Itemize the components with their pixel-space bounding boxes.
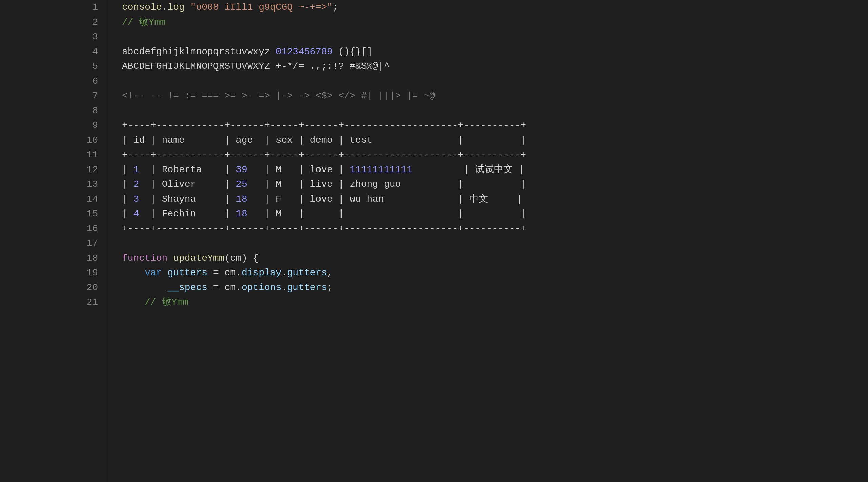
code-line-1: console.log "o008 iIll1 g9qCGQ ~-+=>";	[122, 0, 868, 15]
line-num-17: 17	[0, 236, 98, 251]
line-num-16: 16	[0, 221, 98, 236]
code-line-18: function updateYmm(cm) {	[122, 251, 868, 266]
code-line-8	[122, 103, 868, 118]
code-editor: 1 2 3 4 5 6 7 8 9 10 11 12 13 14 15 16 1…	[0, 0, 868, 482]
code-line-7: <!-- -- != := === >= >- => |-> -> <$> </…	[122, 88, 868, 103]
line-num-5: 5	[0, 59, 98, 74]
code-line-20: __specs = cm.options.gutters;	[122, 280, 868, 295]
code-line-13: | 2 | Oliver | 25 | M | live | zhong guo…	[122, 177, 868, 192]
line-num-7: 7	[0, 88, 98, 103]
code-line-14: | 3 | Shayna | 18 | F | love | wu han | …	[122, 192, 868, 207]
code-line-16: +----+------------+------+-----+------+-…	[122, 221, 868, 236]
line-num-18: 18	[0, 251, 98, 266]
line-num-14: 14	[0, 192, 98, 207]
code-line-21: // 敏Ymm	[122, 295, 868, 310]
line-num-2: 2	[0, 15, 98, 30]
code-line-15: | 4 | Fechin | 18 | M | | | |	[122, 206, 868, 221]
code-line-3	[122, 29, 868, 44]
code-line-6	[122, 74, 868, 89]
line-num-10: 10	[0, 133, 98, 148]
code-line-9: +----+------------+------+-----+------+-…	[122, 118, 868, 133]
code-line-4: abcdefghijklmnopqrstuvwxyz 0123456789 ()…	[122, 44, 868, 59]
line-num-12: 12	[0, 162, 98, 177]
line-numbers: 1 2 3 4 5 6 7 8 9 10 11 12 13 14 15 16 1…	[0, 0, 108, 482]
line-num-8: 8	[0, 103, 98, 118]
line-num-13: 13	[0, 177, 98, 192]
code-content[interactable]: console.log "o008 iIll1 g9qCGQ ~-+=>"; /…	[108, 0, 868, 482]
line-num-3: 3	[0, 29, 98, 44]
line-num-21: 21	[0, 295, 98, 310]
line-num-15: 15	[0, 206, 98, 221]
line-num-4: 4	[0, 44, 98, 59]
line-num-11: 11	[0, 147, 98, 162]
code-line-2: // 敏Ymm	[122, 15, 868, 30]
line-num-9: 9	[0, 118, 98, 133]
code-line-17	[122, 236, 868, 251]
code-line-10: | id | name | age | sex | demo | test | …	[122, 133, 868, 148]
code-line-5: ABCDEFGHIJKLMNOPQRSTUVWXYZ +-*/= .,;:!? …	[122, 59, 868, 74]
line-num-19: 19	[0, 265, 98, 280]
line-num-6: 6	[0, 74, 98, 89]
code-line-12: | 1 | Roberta | 39 | M | love | 11111111…	[122, 162, 868, 177]
code-line-11: +----+------------+------+-----+------+-…	[122, 147, 868, 162]
code-line-19: var gutters = cm.display.gutters,	[122, 265, 868, 280]
line-num-1: 1	[0, 0, 98, 15]
line-num-20: 20	[0, 280, 98, 295]
